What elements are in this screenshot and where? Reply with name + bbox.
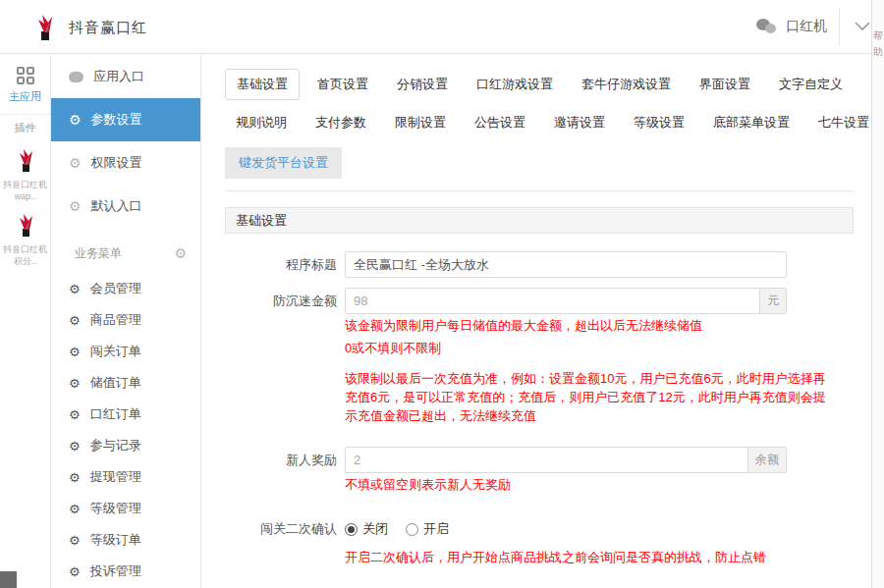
gear-icon[interactable]: ⚙ — [174, 246, 187, 260]
grid-icon — [17, 67, 34, 84]
radio-option-on[interactable]: 开启 — [406, 520, 449, 538]
settings-tabs: 基础设置 首页设置 分销设置 口红游戏设置 套牛仔游戏设置 界面设置 文字自定义… — [202, 55, 871, 137]
sidebar-item-member-mgmt[interactable]: ⚙ 会员管理 — [51, 273, 200, 304]
field-app-title: 程序标题 — [225, 251, 854, 278]
gear-icon: ⚙ — [69, 313, 81, 328]
anti-addiction-hint-3: 该限制以最后一次充值为准，例如：设置金额10元，用户已充值6元，此时用户选择再充… — [345, 369, 836, 425]
sidebar-item-label: 投诉管理 — [90, 562, 141, 580]
current-app-name: 口红机 — [786, 18, 827, 35]
lipstick-icon — [13, 212, 38, 238]
sidebar-group-label: 业务菜单 — [75, 245, 122, 262]
panel-title: 基础设置 — [225, 207, 854, 234]
tab-bottom-menu-settings[interactable]: 底部菜单设置 — [702, 108, 801, 137]
tab-home-settings[interactable]: 首页设置 — [306, 70, 379, 99]
app-title-input[interactable] — [346, 252, 786, 277]
gear-icon: ⚙ — [69, 345, 81, 359]
tab-text-custom[interactable]: 文字自定义 — [768, 70, 854, 99]
sidebar-item-label: 储值订单 — [90, 374, 141, 392]
sidebar-item-stored-value-orders[interactable]: ⚙ 储值订单 — [51, 367, 200, 399]
gear-icon: ⚙ — [69, 156, 82, 170]
sidebar-item-level-orders[interactable]: ⚙ 闯关订单 — [51, 336, 200, 367]
gear-icon: ⚙ — [69, 199, 82, 213]
rail-plugin-points[interactable]: 抖音口红机积分.. — [0, 208, 50, 273]
gear-icon: ⚙ — [69, 564, 81, 579]
basic-settings-panel: 基础设置 程序标题 防沉迷金额 — [225, 207, 854, 588]
sidebar-item-label: 等级订单 — [90, 531, 141, 549]
app-logo-icon — [32, 12, 58, 41]
sidebar-item-label: 应用入口 — [93, 68, 144, 85]
main-content: 基础设置 首页设置 分销设置 口红游戏设置 套牛仔游戏设置 界面设置 文字自定义… — [202, 55, 871, 588]
rail-collapse-handle[interactable] — [0, 571, 17, 588]
tab-announcement-settings[interactable]: 公告设置 — [464, 108, 536, 137]
sidebar-item-app-entry[interactable]: 应用入口 — [51, 55, 200, 98]
rail-plugin-wap[interactable]: 抖音口红机wap.. — [0, 143, 50, 208]
radio-label: 关闭 — [362, 520, 388, 538]
chevron-down-icon[interactable] — [855, 22, 870, 31]
sidebar-item-grade-orders[interactable]: ⚙ 等级订单 — [51, 524, 200, 556]
sidebar-item-label: 权限设置 — [91, 154, 142, 172]
sidebar-item-product-mgmt[interactable]: ⚙ 商品管理 — [51, 304, 200, 336]
field-label: 防沉迷金额 — [225, 288, 345, 437]
field-second-confirm: 闯关二次确认 关闭 开启 开启二次确认后，用户开始 — [225, 515, 854, 578]
edge-char-2: 助 — [872, 45, 884, 59]
tabs-separator — [225, 190, 854, 191]
tab-lipstick-game-settings[interactable]: 口红游戏设置 — [466, 70, 564, 99]
tab-cowboy-game-settings[interactable]: 套牛仔游戏设置 — [571, 70, 682, 99]
gear-icon: ⚙ — [69, 502, 81, 516]
topbar: 抖音赢口红 口红机 — [0, 0, 884, 54]
edge-char-1: 帮 — [872, 29, 884, 43]
tab-limit-settings[interactable]: 限制设置 — [384, 108, 457, 137]
lipstick-icon — [13, 147, 38, 173]
gear-icon: ⚙ — [69, 533, 81, 548]
sidebar-item-label: 参数设置 — [91, 111, 142, 129]
tab-basic-settings[interactable]: 基础设置 — [225, 69, 300, 100]
newbie-reward-input[interactable] — [346, 448, 747, 472]
right-edge-widget[interactable]: 帮 助 — [871, 0, 884, 588]
tab-row-2: 规则说明 支付参数 限制设置 公告设置 邀请设置 等级设置 底部菜单设置 七牛设… — [225, 108, 871, 137]
sidebar-item-label: 商品管理 — [90, 311, 141, 329]
field-anti-addiction: 防沉迷金额 元 该金额为限制用户每日储值的最大金额，超出以后无法继续储值 0或不… — [225, 288, 854, 437]
sidebar-item-lipstick-orders[interactable]: ⚙ 口红订单 — [51, 399, 200, 430]
sidebar-item-default-entry[interactable]: ⚙ 默认入口 — [51, 185, 200, 228]
sidebar-item-withdrawal-mgmt[interactable]: ⚙ 提现管理 — [51, 461, 200, 493]
topbar-app-switcher[interactable]: 口红机 — [756, 0, 827, 53]
rail-item-main-app[interactable]: 主应用 — [0, 55, 50, 114]
tab-rules[interactable]: 规则说明 — [225, 108, 298, 137]
sidebar-item-participation-records[interactable]: ⚙ 参与记录 — [51, 430, 200, 461]
tab-shipping-platform-settings[interactable]: 键发货平台设置 — [225, 147, 342, 179]
sidebar-item-level-mgmt[interactable]: ⚙ 等级管理 — [51, 493, 200, 524]
radio-label: 开启 — [423, 520, 449, 538]
sidebar-item-label: 口红订单 — [90, 405, 141, 423]
rail-plugin-points-label: 抖音口红机积分.. — [0, 241, 50, 267]
chat-bubble-icon — [69, 72, 83, 82]
rail-main-app-label: 主应用 — [0, 89, 50, 114]
radio-option-off[interactable]: 关闭 — [345, 520, 388, 538]
sidebar: 应用入口 ⚙ 参数设置 ⚙ 权限设置 ⚙ 默认入口 业务菜单 ⚙ ⚙ 会员管理 … — [51, 55, 201, 588]
tab-qiniu-settings[interactable]: 七牛设置 — [807, 108, 880, 137]
sidebar-item-permission-settings[interactable]: ⚙ 权限设置 — [51, 141, 200, 185]
tab-payment-params[interactable]: 支付参数 — [304, 108, 377, 137]
field-label: 新人奖励 — [225, 447, 345, 506]
gear-icon: ⚙ — [69, 470, 81, 485]
tab-interface-settings[interactable]: 界面设置 — [689, 70, 761, 99]
sidebar-item-complaint-mgmt[interactable]: ⚙ 投诉管理 — [51, 556, 200, 587]
newbie-reward-hint: 不填或留空则表示新人无奖励 — [345, 475, 836, 494]
unit-balance-addon: 余额 — [747, 448, 786, 472]
unit-yuan-addon: 元 — [759, 289, 786, 313]
admin-page: 抖音赢口红 口红机 帮 助 主应用 插件 — [0, 0, 884, 588]
icon-rail: 主应用 插件 抖音口红机wap.. 抖音口红机积分.. — [0, 55, 51, 588]
gear-icon: ⚙ — [69, 282, 81, 296]
anti-addiction-input[interactable] — [346, 289, 759, 313]
tab-invite-settings[interactable]: 邀请设置 — [543, 108, 616, 137]
sidebar-item-parameter-settings[interactable]: ⚙ 参数设置 — [51, 98, 200, 141]
sidebar-item-label: 会员管理 — [90, 280, 141, 297]
basic-settings-form: 程序标题 防沉迷金额 元 该金额为限制用户 — [225, 234, 854, 588]
radio-selected-icon — [345, 523, 358, 536]
sidebar-item-label: 闯关订单 — [90, 343, 141, 360]
tab-level-settings[interactable]: 等级设置 — [623, 108, 695, 137]
rail-plugin-wap-label: 抖音口红机wap.. — [0, 177, 50, 202]
tab-distribution-settings[interactable]: 分销设置 — [386, 70, 459, 99]
rail-plugins-label: 插件 — [0, 115, 50, 143]
topbar-divider — [839, 8, 840, 45]
field-newbie-reward: 新人奖励 余额 不填或留空则表示新人无奖励 — [225, 447, 854, 506]
